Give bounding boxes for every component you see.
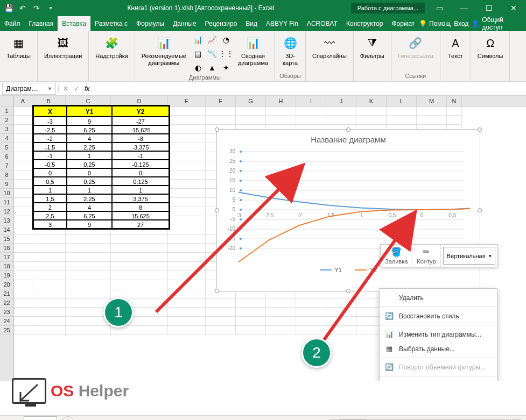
row-header[interactable]: 10	[0, 189, 13, 198]
row-header[interactable]: 2	[0, 116, 13, 125]
row-header[interactable]: 14	[0, 225, 13, 234]
chart-bar-icon[interactable]: 📊	[192, 33, 205, 46]
tab-design[interactable]: Конструктор	[342, 16, 387, 31]
pivot-chart-button[interactable]: 📊Сводная диаграмма	[236, 33, 270, 68]
row-header[interactable]: 19	[0, 271, 13, 280]
fx-icon[interactable]: fx	[85, 85, 89, 92]
row-header[interactable]: 23	[0, 308, 13, 317]
save-icon[interactable]: 💾	[3, 3, 14, 13]
undo-icon[interactable]: ↶	[17, 3, 28, 13]
chevron-down-icon[interactable]: ▼	[47, 86, 52, 91]
row-header[interactable]: 20	[0, 280, 13, 289]
row-header[interactable]: 17	[0, 253, 13, 262]
qa-custom-icon[interactable]: ▾	[45, 3, 56, 13]
tab-home[interactable]: Главная	[25, 16, 58, 31]
ctx-restore-style[interactable]: 🔄Восстановить стиль	[380, 309, 497, 323]
tab-abbyy[interactable]: ABBYY Fin	[262, 16, 303, 31]
ctx-delete[interactable]: Удалить	[380, 291, 497, 305]
col-header[interactable]: M	[417, 96, 447, 106]
ctx-change-type[interactable]: 📊Изменить тип диаграммы...	[380, 327, 497, 341]
text-button[interactable]: AТекст	[445, 33, 466, 61]
share-button[interactable]: 👤 Общий доступ	[472, 16, 522, 31]
ribbon-options-icon[interactable]: ▭	[430, 4, 448, 12]
tell-me[interactable]: 💡 Помощ	[419, 20, 451, 27]
tab-data[interactable]: Данные	[169, 16, 200, 31]
row-header[interactable]: 3	[0, 125, 13, 134]
row-header[interactable]: 5	[0, 143, 13, 152]
row-header[interactable]: 8	[0, 170, 13, 180]
chart-pie-icon[interactable]: ◔	[220, 33, 233, 46]
col-header[interactable]: I	[296, 96, 326, 106]
fill-button[interactable]: 🪣Заливка	[381, 245, 412, 267]
chart-radar-icon[interactable]: ✦	[220, 61, 233, 74]
redo-icon[interactable]: ↷	[31, 3, 42, 13]
3dmap-button[interactable]: 🌐3D- карта	[279, 33, 301, 68]
col-header[interactable]: H	[266, 96, 296, 106]
sheet-tab-1[interactable]: Лист1	[24, 416, 57, 420]
row-header[interactable]: 4	[0, 134, 13, 143]
chart-tools-tab[interactable]: Работа с диаграмма...	[351, 3, 425, 13]
axis-direction-combo[interactable]: Вертикальная▾	[443, 247, 495, 265]
minimize-icon[interactable]: —	[455, 4, 473, 12]
row-header[interactable]: 18	[0, 262, 13, 271]
symbols-button[interactable]: ΩСимволы	[475, 33, 506, 61]
tables-button[interactable]: ▦Таблицы	[4, 33, 33, 61]
row-header[interactable]: 6	[0, 152, 13, 161]
tab-view[interactable]: Вид	[241, 16, 262, 31]
col-header[interactable]: A	[14, 96, 32, 106]
row-header[interactable]: 1	[0, 106, 13, 116]
restore-icon: 🔄	[385, 312, 394, 320]
name-box[interactable]: Диаграм...▼	[2, 83, 56, 95]
worksheet[interactable]: 1234567891011121314151617181920212223242…	[0, 96, 526, 381]
tab-layout[interactable]: Разметка с	[90, 16, 132, 31]
col-header[interactable]: L	[387, 96, 417, 106]
chart-scatter-icon[interactable]: ⋮⋮	[220, 47, 233, 60]
new-sheet-button[interactable]: +	[61, 416, 74, 421]
row-header[interactable]: 11	[0, 198, 13, 207]
col-header[interactable]: N	[447, 96, 462, 106]
close-icon[interactable]: ✕	[504, 4, 523, 12]
col-header[interactable]: J	[326, 96, 356, 106]
chart-stat-icon[interactable]: 📉	[206, 47, 219, 60]
outline-button[interactable]: ✏Контур	[412, 245, 440, 267]
row-header[interactable]: 25	[0, 326, 13, 335]
ctx-select-data[interactable]: ▦Выбрать данные...	[380, 341, 497, 356]
chart-line-icon[interactable]: 📈	[206, 33, 219, 46]
row-header[interactable]: 24	[0, 317, 13, 326]
tab-formulas[interactable]: Формулы	[132, 16, 169, 31]
col-header[interactable]: G	[236, 96, 266, 106]
chart-hier-icon[interactable]: ▤	[192, 47, 205, 60]
illustrations-button[interactable]: 🖼Иллюстрации	[42, 33, 84, 61]
textbox-icon: A	[447, 34, 464, 52]
col-header[interactable]: K	[356, 96, 387, 106]
tab-insert[interactable]: Вставка	[58, 16, 90, 31]
sparklines-button[interactable]: 〰Спарклайны	[310, 33, 349, 61]
row-header[interactable]: 22	[0, 298, 13, 308]
row-header[interactable]: 7	[0, 161, 13, 170]
col-header[interactable]: F	[206, 96, 236, 106]
chart-title[interactable]: Название диаграмм	[217, 130, 480, 146]
chart-combo-icon[interactable]: ◐	[192, 61, 205, 74]
rec-charts-button[interactable]: 📊Рекомендуемые диаграммы	[139, 33, 188, 68]
chart-surface-icon[interactable]: ▲	[206, 61, 219, 74]
cancel-icon[interactable]: ✕	[63, 85, 68, 92]
row-header[interactable]: 21	[0, 289, 13, 298]
row-header[interactable]: 16	[0, 244, 13, 253]
row-header[interactable]: 15	[0, 234, 13, 244]
row-header[interactable]: 9	[0, 180, 13, 189]
addins-button[interactable]: 🧩Надстройки	[93, 33, 130, 61]
tab-file[interactable]: Файл	[0, 16, 25, 31]
maximize-icon[interactable]: ☐	[480, 4, 498, 12]
hyperlink-button[interactable]: 🔗Гиперссылка	[396, 33, 436, 61]
enter-icon[interactable]: ✓	[74, 85, 79, 92]
row-header[interactable]: 12	[0, 207, 13, 216]
filters-button[interactable]: ⧩Фильтры	[358, 33, 387, 61]
col-header[interactable]: E	[168, 96, 206, 106]
row-header[interactable]: 13	[0, 216, 13, 225]
tab-acrobat[interactable]: ACROBAT	[303, 16, 342, 31]
tab-review[interactable]: Рецензиро	[201, 16, 242, 31]
svg-text:-10: -10	[228, 226, 236, 232]
tab-format[interactable]: Формат	[387, 16, 419, 31]
signin-link[interactable]: Вход	[454, 20, 468, 27]
ctx-gridlines[interactable]: ▤Формат линий сетки...	[380, 378, 497, 381]
